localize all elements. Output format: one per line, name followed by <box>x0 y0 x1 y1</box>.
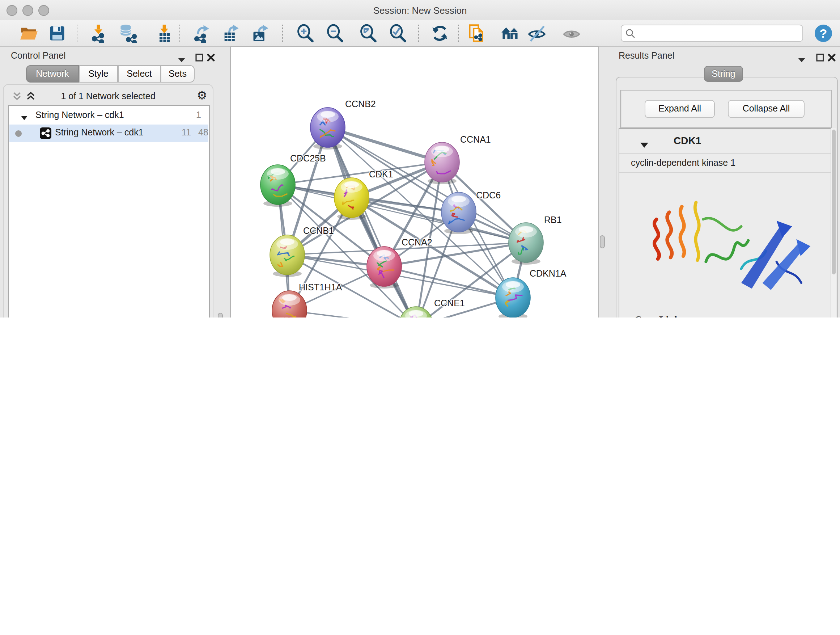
node-label: CCNB2 <box>345 99 376 109</box>
panel-menu-icon[interactable] <box>798 53 805 66</box>
node-CDKN1A[interactable]: CDKN1A <box>496 268 567 318</box>
node-RB1[interactable]: RB1 <box>508 215 562 264</box>
open-session-icon[interactable] <box>19 24 38 43</box>
tab-network[interactable]: Network <box>26 65 79 82</box>
gene-description-row: cyclin-dependent kinase 1 <box>619 154 831 173</box>
panel-float-icon[interactable] <box>195 51 203 65</box>
crosslinks-title: CrossLinks <box>635 314 684 318</box>
clone-network-icon[interactable] <box>467 24 486 43</box>
node-CCNB1[interactable]: CCNB1 <box>270 226 334 277</box>
right-splitter-handle[interactable] <box>600 235 605 249</box>
search-icon <box>625 28 636 39</box>
left-splitter-handle[interactable] <box>218 313 223 318</box>
control-panel-title: Control Panel <box>11 51 66 61</box>
window-title: Session: New Session <box>0 5 840 16</box>
export-image-icon[interactable] <box>251 24 270 43</box>
expand-collapse-bar: Expand All Collapse All <box>620 90 832 128</box>
search-input[interactable] <box>639 26 801 41</box>
toolbar-separator <box>418 25 419 42</box>
node-label: CCNE1 <box>434 298 465 308</box>
gene-description: cyclin-dependent kinase 1 <box>631 158 736 168</box>
import-network-file-icon[interactable] <box>89 24 108 43</box>
help-icon[interactable]: ? <box>813 23 834 46</box>
edge[interactable] <box>328 127 442 162</box>
edge[interactable] <box>384 266 513 298</box>
zoom-out-icon[interactable] <box>325 24 344 43</box>
panel-menu-icon[interactable] <box>178 53 185 66</box>
node-label: CDK1 <box>369 169 393 179</box>
collection-count: 1 <box>196 110 201 120</box>
network-tab-content: 1 of 1 Network selected ⚙ String Network… <box>3 84 213 318</box>
search-field[interactable] <box>621 25 803 42</box>
svg-text:?: ? <box>820 27 827 40</box>
tab-sets[interactable]: Sets <box>161 65 195 82</box>
node-label: CDC6 <box>476 190 501 200</box>
network-selection-summary: 1 of 1 Network selected <box>4 91 213 101</box>
network-node-count: 11 <box>182 127 191 138</box>
panel-close-icon[interactable] <box>207 51 215 65</box>
network-status-dot <box>15 130 22 137</box>
toolbar-separator <box>180 25 180 42</box>
network-graph: CCNB2 CCNA1 CDC25B CDK1 <box>231 47 598 318</box>
toolbar-separator <box>77 25 77 42</box>
export-network-icon[interactable] <box>192 24 210 43</box>
tab-string[interactable]: String <box>704 66 743 82</box>
network-options-gear-icon[interactable]: ⚙ <box>197 88 207 102</box>
zoom-fit-icon[interactable] <box>359 24 378 43</box>
import-network-database-icon[interactable] <box>118 24 137 43</box>
section-gene-name: CDK1 <box>674 135 701 146</box>
title-bar: Session: New Session <box>0 0 840 21</box>
network-label: String Network – cdk1 <box>55 127 144 138</box>
node-label: CDKN1A <box>530 268 567 279</box>
panel-close-icon[interactable] <box>828 51 836 65</box>
export-table-icon[interactable] <box>221 24 240 43</box>
network-tree: String Network – cdk1 1 String Network –… <box>8 105 210 318</box>
cdk1-section-header[interactable]: CDK1 <box>619 129 831 154</box>
results-scrollbar-thumb[interactable] <box>832 130 836 274</box>
node-label: CCNA2 <box>401 237 432 247</box>
network-share-icon <box>40 127 51 141</box>
import-table-file-icon[interactable] <box>155 24 174 43</box>
show-home-icon[interactable] <box>501 24 519 43</box>
node-label: CCNA1 <box>460 134 491 144</box>
network-edge-count: 48 <box>198 127 208 138</box>
update-view-icon[interactable] <box>431 24 449 43</box>
control-panel: Control Panel Network Style Select Sets … <box>0 46 215 318</box>
panel-float-icon[interactable] <box>816 51 824 65</box>
collection-expand-icon[interactable] <box>21 113 27 123</box>
toolbar-separator <box>282 25 283 42</box>
protein-structure-image <box>635 175 816 317</box>
tab-style[interactable]: Style <box>79 65 118 82</box>
expand-all-button[interactable]: Expand All <box>645 100 715 118</box>
zoom-in-icon[interactable] <box>296 24 315 43</box>
tab-select[interactable]: Select <box>118 65 161 82</box>
collection-label: String Network – cdk1 <box>35 110 124 120</box>
node-HIST1H1A[interactable]: HIST1H1A <box>272 282 342 318</box>
network-row-selected[interactable]: String Network – cdk1 11 48 <box>9 125 208 142</box>
node-label: CDC25B <box>290 153 326 163</box>
show-hidden-icon[interactable] <box>562 24 581 43</box>
cdk1-section: CDK1 cyclin-dependent kinase 1 <box>619 128 832 318</box>
node-label: HIST1H1A <box>299 282 342 292</box>
results-panel-title: Results Panel <box>619 51 674 61</box>
main-toolbar: ? <box>0 20 840 47</box>
collapse-all-button[interactable]: Collapse All <box>728 100 805 118</box>
network-canvas[interactable]: CCNB2 CCNA1 CDC25B CDK1 <box>230 46 599 318</box>
results-scrollbar[interactable] <box>831 128 836 318</box>
node-label: CCNB1 <box>303 226 334 236</box>
zoom-selected-icon[interactable] <box>388 24 407 43</box>
results-panel: Results Panel String Expand All Collapse… <box>614 46 840 318</box>
application-window: Session: New Session <box>0 0 840 318</box>
node-label: RB1 <box>544 215 562 225</box>
edge[interactable] <box>352 198 526 242</box>
network-collection-row[interactable]: String Network – cdk1 1 <box>9 108 208 125</box>
save-session-icon[interactable] <box>48 24 66 43</box>
hide-selected-icon[interactable] <box>527 24 546 43</box>
toolbar-separator <box>458 25 459 42</box>
section-collapse-icon[interactable] <box>640 138 648 151</box>
